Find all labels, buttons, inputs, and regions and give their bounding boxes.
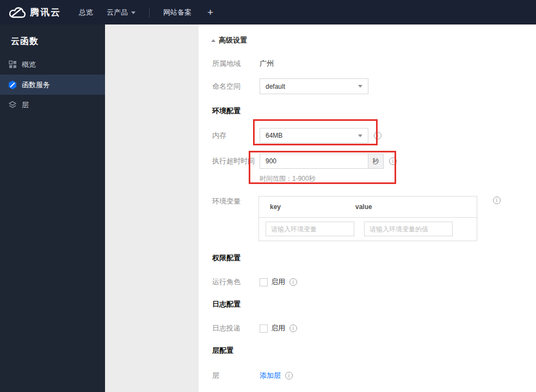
- sidebar-item-overview[interactable]: 概览: [0, 54, 105, 75]
- region-value: 广州: [260, 59, 274, 69]
- brand[interactable]: 腾讯云: [0, 5, 61, 19]
- add-tab-button[interactable]: +: [207, 7, 213, 19]
- sidebar: 云函数 概览 函数服务: [0, 24, 105, 392]
- region-row: 所属地域 广州: [212, 56, 274, 71]
- layers-icon: [8, 100, 17, 110]
- log-delivery-row: 日志投递 启用: [212, 321, 297, 336]
- run-role-row: 运行角色 启用: [212, 274, 297, 290]
- log-delivery-info-icon[interactable]: [289, 324, 297, 332]
- namespace-selected-value: default: [266, 83, 285, 90]
- run-role-label: 运行角色: [212, 277, 260, 287]
- function-hexagon-icon: [8, 80, 17, 90]
- namespace-row: 命名空间 default: [212, 78, 368, 94]
- log-delivery-label: 日志投递: [212, 323, 260, 333]
- section-layer-config: 层配置: [212, 346, 233, 356]
- envvar-table: key value: [258, 196, 477, 241]
- envvar-info-icon[interactable]: [493, 197, 501, 204]
- add-layer-link[interactable]: 添加层: [260, 371, 281, 381]
- advanced-settings-label: 高级设置: [219, 35, 247, 45]
- timeout-row: 执行超时时间 秒: [212, 154, 397, 169]
- brand-name: 腾讯云: [30, 6, 61, 19]
- timeout-range-hint: 时间范围：1-900秒: [260, 174, 316, 183]
- namespace-label: 命名空间: [212, 82, 260, 91]
- sidebar-item-function-service[interactable]: 函数服务: [0, 75, 105, 95]
- chevron-down-icon: [131, 11, 135, 14]
- advanced-settings-toggle[interactable]: 高级设置: [211, 35, 247, 45]
- log-delivery-checkbox[interactable]: [260, 324, 268, 333]
- sidebar-title: 云函数: [0, 24, 105, 54]
- timeout-label: 执行超时时间: [212, 156, 260, 166]
- sidebar-item-label: 概览: [22, 60, 36, 70]
- log-delivery-enable-label: 启用: [271, 323, 285, 333]
- nav-cloud-products[interactable]: 云产品: [107, 8, 135, 17]
- envvar-col-value: value: [355, 203, 372, 211]
- tencent-cloud-console: 腾讯云 总览 云产品 网站备案 + 云函数 概览: [0, 0, 536, 392]
- timeout-unit-suffix: 秒: [368, 154, 384, 169]
- envvar-value-input[interactable]: [364, 222, 453, 236]
- memory-row: 内存 64MB: [212, 128, 381, 143]
- triangle-up-icon: [211, 39, 215, 42]
- chevron-down-icon: [358, 134, 362, 137]
- nav-website-beian[interactable]: 网站备案: [163, 8, 192, 17]
- tencent-cloud-logo-icon: [8, 5, 26, 19]
- layer-row: 层 添加层: [212, 368, 293, 383]
- envvar-label: 环境变量: [212, 197, 260, 206]
- envvar-key-input[interactable]: [266, 222, 354, 236]
- sidebar-item-label: 层: [22, 100, 29, 110]
- timeout-info-icon[interactable]: [389, 157, 397, 165]
- secondary-panel: [105, 24, 199, 392]
- sidebar-item-label: 函数服务: [22, 80, 50, 90]
- memory-selected-value: 64MB: [266, 132, 282, 139]
- layer-info-icon[interactable]: [285, 372, 293, 379]
- grid-icon: [8, 60, 17, 70]
- top-navbar: 腾讯云 总览 云产品 网站备案 +: [0, 0, 536, 24]
- run-role-checkbox[interactable]: [260, 278, 268, 286]
- chevron-down-icon: [358, 85, 362, 88]
- run-role-enable-label: 启用: [271, 277, 285, 287]
- function-config-form: 高级设置 所属地域 广州 命名空间 default 环境配置 内存 64MB: [199, 24, 536, 392]
- timeout-input[interactable]: [260, 154, 368, 169]
- section-perm-config: 权限配置: [212, 253, 241, 263]
- namespace-select[interactable]: default: [260, 78, 368, 94]
- nav-overview[interactable]: 总览: [79, 8, 93, 17]
- section-env-config: 环境配置: [212, 106, 241, 116]
- sidebar-item-layers[interactable]: 层: [0, 95, 105, 115]
- section-log-config: 日志配置: [212, 299, 241, 309]
- region-label: 所属地域: [212, 59, 260, 69]
- envvar-table-row: [259, 218, 477, 240]
- top-nav-menu: 总览 云产品 网站备案 +: [79, 7, 213, 19]
- envvar-col-key: key: [259, 203, 355, 211]
- nav-divider: [149, 8, 150, 17]
- run-role-info-icon[interactable]: [289, 278, 297, 286]
- memory-info-icon[interactable]: [374, 132, 381, 139]
- envvar-table-header: key value: [259, 197, 477, 218]
- memory-label: 内存: [212, 131, 260, 140]
- memory-select[interactable]: 64MB: [260, 128, 368, 143]
- layer-label: 层: [212, 371, 260, 381]
